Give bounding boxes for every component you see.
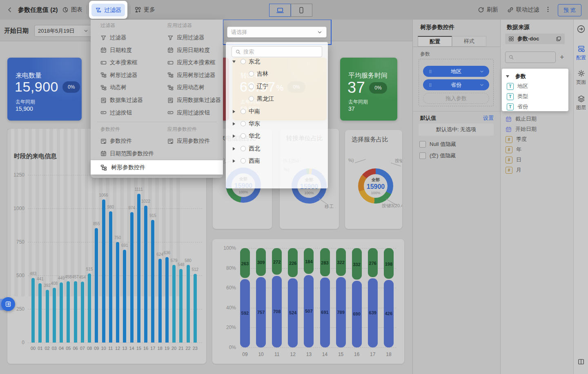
tree-node-西南[interactable]: 西南 xyxy=(226,155,328,167)
caret-down-icon[interactable] xyxy=(232,60,236,63)
caret-right-icon[interactable] xyxy=(233,159,235,163)
field-开始日期[interactable]: 开始日期 xyxy=(506,125,537,134)
start-date-select[interactable]: 2018年5月19日 xyxy=(34,25,92,37)
bar-value-label: 624 xyxy=(156,252,163,257)
radio-button[interactable] xyxy=(241,146,246,151)
bar-value-label: 579 xyxy=(171,258,178,263)
rail-item-配置[interactable]: 配置 xyxy=(574,45,588,61)
menu-item-文本搜索框[interactable]: 文本搜索框 xyxy=(100,58,138,67)
radio-button[interactable] xyxy=(241,121,246,126)
collapse-panel-button[interactable] xyxy=(577,25,586,34)
rail-item-页面[interactable]: 页面 xyxy=(574,69,588,86)
checkbox-empty-hide[interactable]: (空) 值隐藏 xyxy=(419,152,456,159)
field-年[interactable]: #年 xyxy=(506,145,521,154)
desktop-view-toggle[interactable] xyxy=(269,4,291,17)
field-省份[interactable]: T省份 xyxy=(507,102,528,111)
kpi-card[interactable]: 平均服务时间370%去年同期37 xyxy=(340,58,397,121)
chart-menu-button[interactable]: 图表 xyxy=(62,5,82,14)
param-pill-地区[interactable]: 地区 xyxy=(423,66,489,77)
tree-select-trigger[interactable]: 请选择 xyxy=(227,27,327,38)
radio-button[interactable] xyxy=(241,109,246,114)
menu-item-数据集过滤器[interactable]: 数据集过滤器 xyxy=(100,95,143,105)
chart-title: 时段的来电信息 xyxy=(14,152,57,160)
checkbox[interactable] xyxy=(419,152,426,159)
toolbar-divider xyxy=(130,6,130,14)
tree-node-华东[interactable]: 华东 xyxy=(226,118,328,130)
field-类型[interactable]: T类型 xyxy=(507,92,528,101)
menu-item-应用文本搜索框[interactable]: 应用文本搜索框 xyxy=(167,58,216,67)
menu-item-应用参数控件[interactable]: 应用参数控件 xyxy=(167,136,210,146)
tree-node-中南[interactable]: 中南 xyxy=(226,105,328,118)
field-地区[interactable]: T地区 xyxy=(507,82,528,91)
radio-button[interactable] xyxy=(241,133,246,139)
linkage-filter-button[interactable]: 联动过滤 xyxy=(507,5,539,14)
menu-item-应用动态树[interactable]: 应用动态树 xyxy=(167,83,205,92)
param-drop-hint[interactable]: 拖入参数 xyxy=(423,93,489,104)
radio-button[interactable] xyxy=(241,59,246,64)
segment-value-label: 272 xyxy=(272,260,282,264)
kpi-compare-value: 37 xyxy=(348,105,355,112)
menu-item-应用数据集过滤器[interactable]: 应用数据集过滤器 xyxy=(167,95,221,105)
donut-callout-label: %) xyxy=(348,158,354,163)
menu-item-参数控件[interactable]: 参数控件 xyxy=(100,136,132,146)
tree-node-华北[interactable]: 华北 xyxy=(226,130,328,142)
settings-link[interactable]: 设置 xyxy=(483,114,494,122)
caret-right-icon[interactable] xyxy=(233,110,235,113)
default-selection-box[interactable]: 默认选中: 无选项 xyxy=(419,123,494,136)
rail-item-图层[interactable]: 图层 xyxy=(574,95,588,111)
split-view-button[interactable] xyxy=(577,358,585,365)
field-search-input[interactable] xyxy=(505,52,556,63)
caret-down-icon[interactable] xyxy=(506,75,509,78)
menu-item-tree-param-control[interactable]: 树形参数控件 xyxy=(91,160,223,175)
field-截止日期[interactable]: 截止日期 xyxy=(506,114,537,123)
menu-item-动态树[interactable]: 动态树 xyxy=(100,83,127,92)
tab-config[interactable]: 配置 xyxy=(418,36,452,47)
mobile-view-toggle[interactable] xyxy=(290,4,312,17)
refresh-button[interactable]: 刷新 xyxy=(478,5,498,14)
menu-item-日期粒度[interactable]: 日期粒度 xyxy=(100,45,132,55)
menu-item-应用日期粒度[interactable]: 应用日期粒度 xyxy=(167,45,210,55)
caret-right-icon[interactable] xyxy=(233,147,235,150)
field-日[interactable]: #日 xyxy=(506,155,521,164)
preview-button[interactable]: 预 览 xyxy=(558,4,581,16)
param-pill-省份[interactable]: 省份 xyxy=(423,79,489,90)
caret-right-icon[interactable] xyxy=(233,122,235,125)
menu-item-日期范围参数控件[interactable]: 日期范围参数控件 xyxy=(100,149,154,159)
field-季度[interactable]: #季度 xyxy=(506,135,527,144)
kpi-trend-badge: 0% xyxy=(369,82,387,94)
radio-button[interactable] xyxy=(249,84,254,89)
radio-button[interactable] xyxy=(249,96,254,101)
more-menu-button[interactable]: 更多 xyxy=(135,5,155,14)
kpi-card[interactable]: 来电数量15,9000%去年同期15,900 xyxy=(7,58,82,121)
tree-node-西北[interactable]: 西北 xyxy=(226,143,328,155)
tree-node-东北[interactable]: 东北 xyxy=(226,56,328,68)
tree-node-黑龙江[interactable]: 黑龙江 xyxy=(226,93,328,105)
tree-node-辽宁[interactable]: 辽宁 xyxy=(226,81,328,93)
segment-value-label: 639 xyxy=(368,310,378,315)
menu-item-过滤按钮[interactable]: 过滤按钮 xyxy=(100,108,132,118)
radio-button[interactable] xyxy=(241,158,246,163)
stacked-percent-bar-chart[interactable]: 0%20%40%60%80%100%2635920930975710272708… xyxy=(212,239,404,364)
filter-menu-button[interactable]: 过滤器 xyxy=(89,1,127,19)
menu-item-应用过滤按钮[interactable]: 应用过滤按钮 xyxy=(167,108,210,118)
field-group-params[interactable]: 参数 xyxy=(506,72,526,81)
back-button[interactable] xyxy=(7,5,13,14)
caret-right-icon[interactable] xyxy=(233,134,235,138)
dataset-selector[interactable]: 参数-doc xyxy=(505,34,565,44)
kebab-menu-button[interactable] xyxy=(545,5,551,14)
menu-item-过滤器[interactable]: 过滤器 xyxy=(100,33,127,43)
menu-item-应用树形过滤器[interactable]: 应用树形过滤器 xyxy=(167,70,216,80)
x-axis-tick: 14 xyxy=(322,352,327,357)
tab-style[interactable]: 样式 xyxy=(452,36,486,47)
checkbox-null-hide[interactable]: Null 值隐藏 xyxy=(419,141,456,148)
menu-item-树形过滤器[interactable]: 树形过滤器 xyxy=(100,70,138,80)
radio-button[interactable] xyxy=(249,71,254,76)
menu-item-应用过滤器[interactable]: 应用过滤器 xyxy=(167,33,205,43)
checkbox[interactable] xyxy=(419,141,426,148)
add-field-button[interactable]: + xyxy=(560,53,564,62)
param-dropzone[interactable]: 拖入参数 地区省份 xyxy=(419,59,494,106)
outline-float-button[interactable] xyxy=(1,297,15,311)
tree-node-吉林[interactable]: 吉林 xyxy=(226,68,328,80)
field-月[interactable]: #月 xyxy=(506,166,521,175)
service-share-donut-chart[interactable]: 选择服务占比 全部15900100%%)按键按键3(20.4 xyxy=(345,130,402,229)
